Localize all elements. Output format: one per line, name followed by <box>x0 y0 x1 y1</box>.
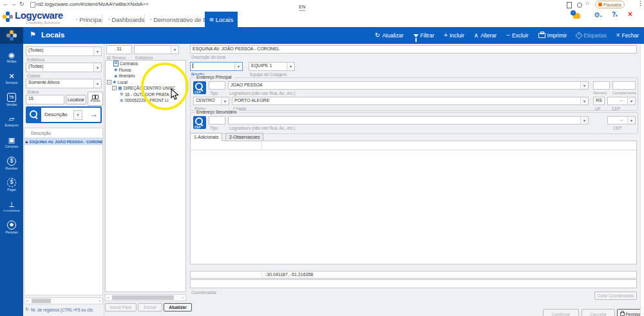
coordinates-key-cell[interactable] <box>191 272 262 278</box>
cep-search-button-2[interactable]: CEP <box>193 116 206 129</box>
search-go-icon[interactable]: → <box>90 110 98 119</box>
star-icon[interactable]: ☆ <box>585 0 590 6</box>
tree-item-fluxos[interactable]: ◈Fluxos <box>106 67 185 74</box>
cep-select-2[interactable]: -▼ <box>607 116 636 124</box>
exibidora-select[interactable]: (Todas)▼ <box>26 46 102 56</box>
endereco-principal-legend: Endereço Principal <box>194 75 234 79</box>
status-select[interactable]: Somente Ativos▼ <box>26 79 102 88</box>
refresh-button[interactable]: ↻Atualizar <box>375 32 403 39</box>
sidebar-item-vendas[interactable]: %Vendas <box>0 89 23 110</box>
chevron-down-icon: ▼ <box>221 97 229 104</box>
globe-icon: ⊕ <box>120 98 124 103</box>
print-button[interactable]: Imprimir <box>538 32 567 39</box>
locate-input[interactable]: 16 <box>26 95 64 104</box>
tab-icon: ▪ <box>150 17 151 21</box>
grid-value-cell[interactable] <box>261 141 636 150</box>
tag-icon <box>576 32 583 39</box>
regiao-select[interactable]: ▼ <box>190 62 243 71</box>
tipo-field[interactable] <box>209 81 225 90</box>
search-box: Descrição ▼ → <box>26 106 102 123</box>
grid-header-cell[interactable] <box>191 141 262 150</box>
descricao-local-field[interactable]: ESQUINA AV. JOÃO PESSOA - CORONEL <box>190 45 637 54</box>
coordinates-input[interactable] <box>190 279 637 288</box>
tab-adicionais[interactable]: 1-Adicionais <box>190 133 222 141</box>
coordinates-row: -30.041187, -51.216358 <box>190 271 637 279</box>
sidebar-item-midias[interactable]: ◉Mídias <box>0 46 23 68</box>
sidebar-item-pagar[interactable]: $Pagar <box>0 174 23 195</box>
handtruck-icon: ▱ <box>9 115 14 123</box>
cidade-select[interactable]: (Todas)▼ <box>26 63 102 72</box>
coordinates-value[interactable]: -30.041187, -51.216358 <box>265 272 313 277</box>
id-terreno-field[interactable]: 11 <box>106 45 132 54</box>
equipe-select[interactable]: EQUIPE 1▼ <box>249 62 295 71</box>
tipo-label-2: Tipo <box>210 126 218 130</box>
tipo-field-2[interactable] <box>209 116 225 124</box>
bairro-select[interactable]: CENTRO▼ <box>193 97 229 105</box>
menu-dots-icon[interactable]: ⋮ <box>638 0 643 6</box>
tree-item-itinerario[interactable]: ◈Itinerário <box>106 73 185 79</box>
cep-select[interactable]: -▼ <box>607 97 636 105</box>
key-icon[interactable] <box>577 3 582 8</box>
logradouro-field-2[interactable]: ▼ <box>228 116 589 124</box>
tab-dashboards[interactable]: ▪ Dashboards <box>108 13 144 26</box>
cancelar-button: Cancelar <box>582 309 615 316</box>
localizar-button[interactable]: Localizar <box>66 95 86 104</box>
filter-button[interactable]: Filtrar <box>413 32 435 39</box>
sidebar-item-receber[interactable]: $Receber <box>0 153 23 174</box>
tab-locais-active[interactable]: ⊞ Locais <box>205 12 238 27</box>
chevron-down-icon: ▼ <box>287 63 294 70</box>
sidebar-item-contabilidade[interactable]: ⊥Contabilidade <box>0 195 23 217</box>
adicionais-panel <box>190 141 637 264</box>
url-field[interactable]: rd2.logycware.com/#/client/MzAAYwBteXNxb… <box>36 1 149 7</box>
uf-field[interactable]: RS <box>593 97 605 105</box>
back-icon[interactable]: ← <box>3 1 8 7</box>
atualizar-tree-button[interactable]: Atualizar <box>164 303 192 311</box>
delete-button[interactable]: −Excluir <box>506 32 528 39</box>
tab-principal[interactable]: ▪ Principal <box>76 13 103 26</box>
search-mode-value[interactable]: Descrição <box>44 112 68 117</box>
sidebar-item-pessoas[interactable]: ☻Pessoas <box>0 217 23 238</box>
complemento-field[interactable] <box>612 81 636 90</box>
list-hscrollbar[interactable]: ‹ › <box>24 297 103 304</box>
tree-exibidora-select[interactable]: ▼ <box>134 45 179 54</box>
refresh-count-icon[interactable]: ↻ <box>25 307 29 312</box>
numero-label: Número <box>593 91 607 95</box>
reload-icon[interactable]: ↻ <box>19 1 24 7</box>
collapse-icon[interactable]: − <box>112 86 117 90</box>
close-button[interactable]: ×Fechar <box>616 32 639 39</box>
close-session-icon[interactable]: × <box>628 10 632 19</box>
cidade-field[interactable]: PORTO ALEGRE▼ <box>232 97 589 105</box>
settings-gear-icon[interactable]: ⚙▾ <box>594 11 601 19</box>
plus-icon: + <box>444 32 448 39</box>
add-button[interactable]: +Incluir <box>444 32 464 39</box>
vertical-scrollbar[interactable] <box>640 44 644 316</box>
collapse-icon[interactable]: − <box>107 80 111 84</box>
language-selector[interactable]: EN <box>299 4 305 11</box>
close-icon: × <box>616 32 620 39</box>
chevron-down-icon: ▼ <box>171 46 178 54</box>
help-icon[interactable]: ?▾ <box>612 11 618 18</box>
page-icon[interactable] <box>567 2 572 8</box>
search-mode-dropdown[interactable]: ▼ <box>73 110 82 120</box>
printer-icon <box>538 33 545 38</box>
logo-text[interactable]: Logycware <box>15 10 63 21</box>
extension-paused-badge[interactable]: Pausada <box>595 1 625 8</box>
list-item-selected[interactable]: ▶ ESQUINA AV. JOÃO PESSOA - CORONEL <box>24 138 102 145</box>
edit-button[interactable]: ∧Alterar <box>474 32 497 39</box>
logycware-logo-icon <box>3 12 13 22</box>
notification-bell-icon[interactable]: ! <box>573 13 580 19</box>
list-column-header[interactable]: Descrição <box>31 131 51 135</box>
node-icon: ◈ <box>114 67 117 72</box>
status-label: Status <box>27 90 39 94</box>
forward-icon[interactable]: → <box>11 1 17 7</box>
logradouro-field[interactable]: JOAO PESSOA▼ <box>228 81 589 90</box>
numero-field[interactable] <box>593 81 610 90</box>
sidebar-item-compras[interactable]: ▣Compras <box>0 132 23 153</box>
tree-hscrollbar[interactable]: ‹ › <box>105 294 186 301</box>
tree-item-contratos[interactable]: Contratos <box>106 61 185 67</box>
sidebar-item-servicos[interactable]: ✕Serviços <box>0 68 23 89</box>
sidebar-item-estoques[interactable]: ▱Estoques <box>0 110 23 132</box>
ponto-button[interactable]: Ponto <box>88 92 103 106</box>
cep-search-button[interactable]: CEP <box>193 81 206 94</box>
tree-item-local[interactable]: −◈Local <box>106 79 185 86</box>
